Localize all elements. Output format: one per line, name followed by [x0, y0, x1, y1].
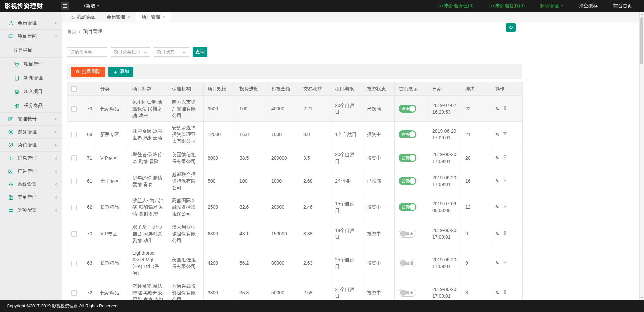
sidebar-item-finance-management[interactable]: 财务管理< — [0, 126, 62, 139]
sidebar-item-join-project[interactable]: 加入项目 — [0, 85, 62, 99]
search-button[interactable]: 查询 — [193, 47, 207, 57]
delete-icon[interactable] — [503, 154, 507, 161]
add-button[interactable]: ＋ 添加 — [108, 67, 133, 77]
image-icon — [8, 169, 14, 174]
breadcrumb-home[interactable]: 首页 — [67, 28, 76, 35]
sidebar-item-option-config[interactable]: 选项配置< — [0, 204, 62, 217]
chevron-down-icon: < — [53, 35, 59, 37]
edit-icon[interactable]: ✎ — [495, 105, 499, 112]
sidebar-item-system-settings[interactable]: 系统设置< — [0, 178, 62, 191]
edit-icon[interactable]: ✎ — [495, 178, 499, 184]
gear-icon — [8, 182, 14, 187]
sidebar-item-category-columns[interactable]: 分类栏目 — [0, 43, 62, 58]
admin-role-dropdown[interactable]: 超级管理 ▼ — [540, 3, 564, 9]
row-checkbox[interactable] — [71, 261, 77, 266]
name-search-input[interactable] — [67, 47, 107, 57]
front-home-link[interactable]: 前台首页 — [613, 3, 632, 9]
scrollbar-thumb[interactable] — [640, 17, 643, 64]
scroll-up-arrow[interactable]: ▲ — [640, 13, 644, 16]
cart-icon — [14, 89, 20, 95]
close-icon[interactable]: × — [163, 14, 166, 19]
home-display-toggle[interactable]: 首页 — [399, 105, 416, 113]
hamburger-menu-button[interactable] — [61, 2, 69, 10]
table-row: 72 长期精品 沉睡魔咒-魔法降临 黑暗升级 冒险 家庭 奇幻 香港兴晟投资担保… — [67, 279, 523, 300]
admin-role-label: 超级管理 — [540, 3, 559, 9]
tab-member-management[interactable]: 会员管理 × — [101, 12, 136, 22]
home-display-toggle[interactable]: 首页 — [399, 130, 416, 138]
edit-icon[interactable]: ✎ — [495, 204, 499, 210]
sidebar-item-news-management[interactable]: 新闻管理 — [0, 71, 62, 85]
file-icon — [14, 75, 20, 81]
clear-cache-link[interactable]: 清空缓存 — [579, 3, 598, 9]
status-select[interactable]: 项目状态 — [154, 47, 189, 57]
copyright-text: Copyright ©2017-2019 影视投资理财 All Rights R… — [7, 303, 117, 309]
speaker-icon — [8, 155, 14, 161]
withdraw-coin-icon: ¥ — [489, 4, 494, 8]
tab-my-desktop[interactable]: ⌂ 我的桌面 — [66, 12, 101, 22]
add-new-dropdown[interactable]: +新增 ▼ — [83, 3, 99, 9]
edit-icon[interactable]: ✎ — [495, 230, 499, 237]
edit-icon[interactable]: ✎ — [495, 289, 499, 296]
close-icon[interactable]: × — [128, 14, 130, 19]
sidebar-item-points-goods[interactable]: 积分商品 — [0, 99, 62, 113]
chevron-left-icon: < — [55, 142, 57, 148]
home-display-toggle[interactable]: 首页 — [399, 177, 416, 185]
delete-icon[interactable] — [503, 260, 507, 266]
tab-project-management[interactable]: 项目管理 × — [136, 12, 171, 22]
table-row: 61 新手专区 少年的你-剧情 爱情 青春 必诚联合投资担保有限公司 500 1… — [67, 168, 523, 194]
delete-icon[interactable] — [503, 105, 507, 112]
sidebar-item-ad-management[interactable]: 广告管理< — [0, 165, 62, 178]
delete-icon[interactable] — [503, 204, 507, 210]
table-row: 73 长期精品 风雨同仁堂-除瘟救命 民族之魂 戏曲 南方东英资产管理有限公司 … — [67, 96, 523, 122]
sliders-icon — [8, 208, 14, 213]
row-checkbox[interactable] — [71, 290, 77, 296]
chevron-left-icon: < — [55, 208, 57, 213]
sidebar-item-message-management[interactable]: 消息管理< — [0, 152, 62, 165]
tab-bar: ⌂ 我的桌面 会员管理 × 项目管理 × — [62, 12, 639, 22]
refresh-button[interactable]: ↻ — [506, 23, 516, 32]
select-all-checkbox[interactable] — [71, 86, 77, 92]
sidebar-item-role-management[interactable]: 角色管理< — [0, 139, 62, 152]
pending-recharge-link[interactable]: ¥ 未处理充值(0) — [438, 3, 474, 9]
sidebar-item-project-management[interactable]: 项目管理 — [0, 58, 62, 71]
row-checkbox[interactable] — [71, 231, 77, 237]
sidebar-item-admin-accounts[interactable]: 管理帐号< — [0, 113, 62, 126]
app-logo: 影视投资理财 — [0, 2, 61, 10]
row-checkbox[interactable] — [71, 179, 77, 184]
plus-icon: ＋ — [113, 69, 118, 74]
edit-icon[interactable]: ✎ — [495, 154, 499, 161]
row-checkbox[interactable] — [71, 205, 77, 210]
filter-row: 项目分类栏目 项目状态 查询 — [67, 47, 634, 57]
row-checkbox[interactable] — [71, 132, 77, 137]
delete-icon[interactable] — [503, 230, 507, 237]
top-bar: 影视投资理财 +新增 ▼ ¥ 未处理充值(0) ¥ 未处理提款(0) 超级管理 … — [0, 0, 644, 12]
chevron-left-icon: < — [55, 129, 57, 135]
delete-icon[interactable] — [503, 178, 507, 184]
edit-icon[interactable]: ✎ — [495, 260, 499, 266]
home-display-toggle[interactable]: 普通 — [399, 230, 416, 238]
caret-down-icon — [144, 52, 147, 54]
add-new-label: +新增 — [83, 3, 95, 9]
home-display-toggle[interactable]: 首页 — [399, 154, 416, 162]
category-select[interactable]: 项目分类栏目 — [111, 47, 150, 57]
home-display-toggle[interactable]: 普通 — [399, 259, 416, 267]
table-row: 63 长期精品 Lighthorse Asset Mgt (HK) Ltd（香港… — [67, 247, 523, 279]
vertical-scrollbar[interactable]: ▲ ▼ — [639, 12, 644, 300]
sidebar-item-project-news[interactable]: 项目新闻< — [0, 30, 62, 43]
row-checkbox[interactable] — [71, 106, 77, 112]
scroll-down-arrow[interactable]: ▼ — [640, 296, 644, 299]
delete-icon[interactable] — [503, 131, 507, 138]
chevron-left-icon: < — [55, 195, 57, 200]
topbar-right: ¥ 未处理充值(0) ¥ 未处理提款(0) 超级管理 ▼ 清空缓存 前台首页 — [438, 3, 644, 9]
row-checkbox[interactable] — [71, 155, 77, 161]
batch-delete-button[interactable]: 批量删除 — [71, 67, 105, 77]
main-area: ⌂ 我的桌面 会员管理 × 项目管理 × 首页 / 项目管理 ↻ 项目分类栏目 … — [62, 12, 639, 300]
pending-withdraw-link[interactable]: ¥ 未处理提款(0) — [489, 3, 525, 9]
home-display-toggle[interactable]: 普通 — [399, 289, 416, 297]
edit-icon[interactable]: ✎ — [495, 131, 499, 138]
home-display-toggle[interactable]: 首页 — [399, 203, 416, 211]
sidebar-item-member-management[interactable]: 会员管理< — [0, 17, 62, 30]
yen-circle-icon — [8, 129, 14, 135]
sidebar-item-menu-management[interactable]: 菜单管理< — [0, 191, 62, 204]
delete-icon[interactable] — [503, 289, 507, 296]
